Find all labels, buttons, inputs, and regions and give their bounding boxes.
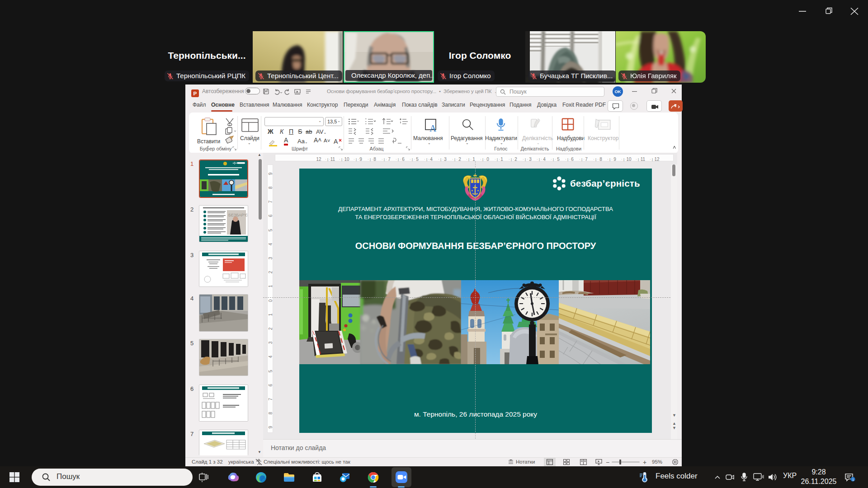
svg-text:БЕЗБАР'ЄР: БЕЗБАР'ЄР bbox=[228, 213, 248, 217]
svg-text:P: P bbox=[193, 91, 197, 96]
svg-text:A: A bbox=[334, 138, 338, 145]
svg-text:A: A bbox=[429, 123, 437, 133]
svg-text:1: 1 bbox=[852, 478, 854, 482]
